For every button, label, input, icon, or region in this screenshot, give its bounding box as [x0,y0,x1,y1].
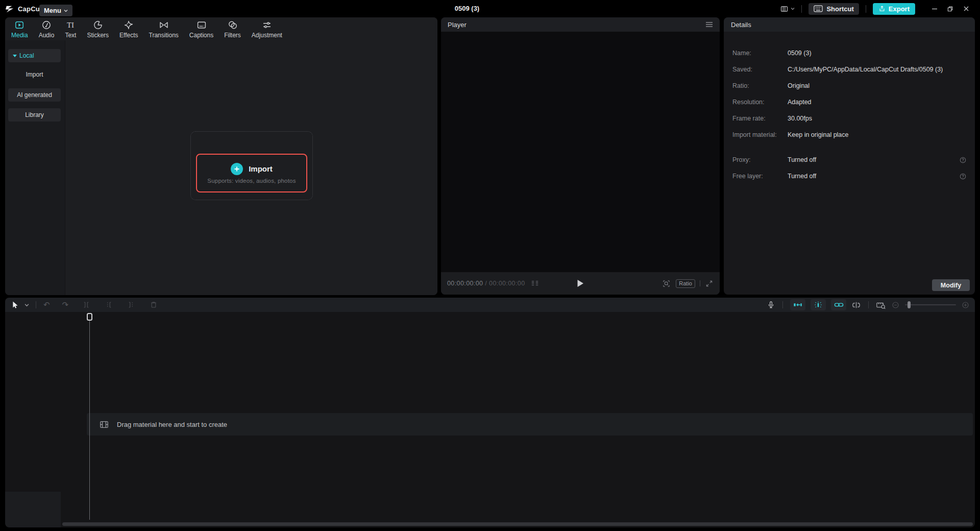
detail-row-proxy: Proxy: Turned off [724,152,975,168]
player-panel-title: Player [448,21,467,29]
tab-text[interactable]: TI Text [65,20,76,39]
details-panel: Details Name: 0509 (3) Saved: C:/Users/M… [724,17,975,295]
divider [866,5,866,13]
detail-row-free-layer: Free layer: Turned off [724,168,975,184]
tab-audio[interactable]: Audio [39,20,55,39]
tab-effects[interactable]: Effects [119,20,138,39]
ratio-button[interactable]: Ratio [676,279,695,288]
captions-icon [197,20,207,30]
minimize-button[interactable] [926,0,942,17]
divider [700,280,700,286]
tab-stickers[interactable]: Stickers [87,20,109,39]
export-icon [878,5,886,12]
sticker-icon [93,20,103,30]
transitions-icon [158,20,169,30]
timeline-horizontal-scrollbar[interactable] [62,522,973,526]
menu-button[interactable]: Menu [39,5,72,16]
tab-adjustment[interactable]: Adjustment [252,20,282,39]
fullscreen-icon[interactable] [705,278,714,289]
delete-icon[interactable] [149,299,158,310]
track-gutter [5,492,61,527]
timeline-panel: ↶ ↷ [5,298,975,527]
details-rows: Name: 0509 (3) Saved: C:/Users/MyPC/AppD… [724,32,975,184]
info-question-icon[interactable] [960,173,966,180]
auto-snap-toggle[interactable] [811,299,826,310]
tab-media[interactable]: Media [11,20,28,39]
media-panel: Media Audio TI Text Stickers [5,17,437,295]
zoom-out-icon[interactable] [891,299,900,310]
detail-row-import-material: Import material: Keep in original place [724,127,975,143]
layout-panels-icon[interactable] [780,3,789,14]
redo-icon[interactable]: ↷ [62,299,69,310]
player-menu-icon[interactable] [705,21,713,28]
tab-transitions[interactable]: Transitions [149,20,179,39]
divider [801,5,802,13]
triangle-down-icon [13,55,17,57]
select-cursor-icon[interactable] [10,299,19,310]
shortcut-button[interactable]: Shortcut [808,3,859,15]
chevron-down-icon[interactable] [791,7,795,11]
detail-row-resolution: Resolution: Adapted [724,94,975,110]
capcut-logo-icon [5,4,15,14]
effects-star-icon [124,20,134,30]
chevron-down-icon[interactable] [24,303,29,307]
split-right-icon[interactable] [127,299,136,310]
zoom-in-icon[interactable] [961,299,970,310]
divider [868,301,869,308]
import-supports-hint: Supports: videos, audios, photos [207,178,296,184]
project-title: 0509 (3) [434,0,500,17]
slider-handle[interactable] [908,301,911,308]
sidebar-item-import[interactable]: Import [8,69,61,80]
playhead-handle[interactable] [87,313,92,321]
text-icon: TI [65,20,76,30]
title-bar: CapCut Menu 0509 (3) Shortcut Ex [0,0,980,17]
timecode: 00:00:00:00 / 00:00:00:00 [447,280,525,287]
split-icon[interactable] [82,299,91,310]
zoom-fit-icon[interactable] [662,278,671,289]
media-sidebar: Local Import AI generated Library [5,40,65,295]
detail-row-frame-rate: Frame rate: 30.00fps [724,110,975,127]
record-voiceover-icon[interactable] [767,299,775,310]
keyboard-icon [814,5,823,12]
tab-filters[interactable]: Filters [224,20,241,39]
audio-icon [41,20,52,30]
divider [782,301,783,308]
main-track-magnet-toggle[interactable] [790,299,805,310]
fit-timeline-icon[interactable] [876,299,886,310]
media-content-area: Import Supports: videos, audios, photos [66,40,437,295]
svg-text:TI: TI [67,21,74,29]
timeline-zoom-slider[interactable] [905,300,956,310]
plus-icon [231,163,243,175]
playhead[interactable] [87,313,93,321]
detail-row-name: Name: 0509 (3) [724,45,975,61]
filters-icon [228,20,238,30]
timeline-toolbar: ↶ ↷ [5,298,975,312]
chevron-down-icon [64,9,68,13]
restore-button[interactable] [942,0,958,17]
timeline-drop-area[interactable]: Drag material here and start to create [87,413,973,436]
capcut-window: CapCut Menu 0509 (3) Shortcut Ex [0,0,980,531]
close-button[interactable] [958,0,974,17]
undo-icon[interactable]: ↶ [43,299,50,310]
divider [36,301,36,308]
sidebar-item-local[interactable]: Local [8,49,61,62]
export-button[interactable]: Export [873,3,915,15]
video-track-icon [100,420,109,429]
tab-captions[interactable]: Captions [189,20,213,39]
import-button[interactable]: Import Supports: videos, audios, photos [196,154,307,192]
split-left-icon[interactable] [104,299,113,310]
play-button[interactable] [577,279,584,287]
player-panel: Player 00:00:00:00 / 00:00:00:00 Ratio [441,17,720,295]
link-toggle[interactable] [831,299,846,310]
preview-quality-icon[interactable] [530,278,540,289]
app-name: CapCut [18,5,42,13]
preview-axis-icon[interactable] [851,299,861,310]
adjustment-icon [262,20,272,30]
import-dropzone: Import Supports: videos, audios, photos [190,131,313,200]
player-viewport [441,32,720,272]
sidebar-item-ai-generated[interactable]: AI generated [8,88,61,102]
info-question-icon[interactable] [960,157,966,163]
sidebar-item-library[interactable]: Library [8,108,61,122]
detail-row-ratio: Ratio: Original [724,78,975,94]
modify-button[interactable]: Modify [932,279,970,291]
